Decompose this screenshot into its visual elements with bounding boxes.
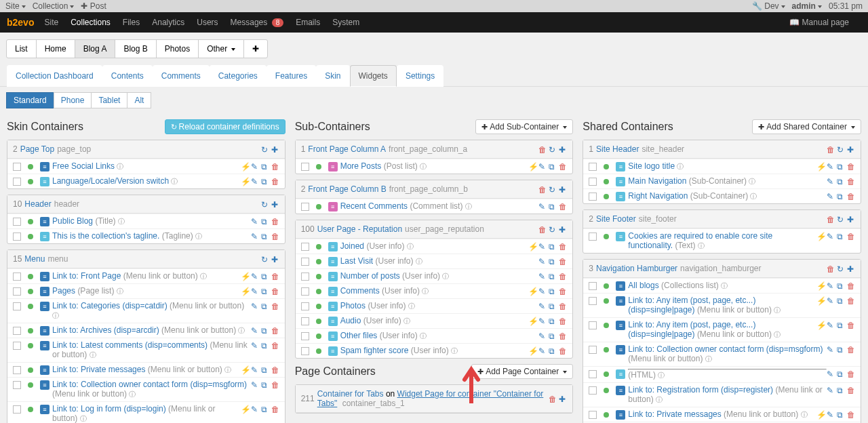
help-icon[interactable]: ⓘ xyxy=(420,163,427,170)
widget-name[interactable]: Link to: Private messages xyxy=(52,365,145,374)
duplicate-icon[interactable]: ⧉ xyxy=(837,410,845,418)
help-icon[interactable]: ⓘ xyxy=(698,242,705,249)
edit-icon[interactable]: ✎ xyxy=(827,369,835,378)
refresh-icon[interactable]: ↻ xyxy=(837,264,845,273)
checkbox[interactable] xyxy=(589,178,597,186)
delete-icon[interactable]: 🗑 xyxy=(847,345,855,353)
refresh-icon[interactable]: ↻ xyxy=(261,255,269,263)
duplicate-icon[interactable]: ⧉ xyxy=(549,287,557,295)
duplicate-icon[interactable]: ⧉ xyxy=(549,302,557,310)
container-name[interactable]: Site Header xyxy=(596,144,639,154)
help-icon[interactable]: ⓘ xyxy=(677,163,684,170)
help-icon[interactable]: ⓘ xyxy=(750,193,757,200)
delete-icon[interactable]: 🗑 xyxy=(559,302,567,310)
manual-link[interactable]: 📖 Manual page xyxy=(789,18,849,27)
delete-icon[interactable]: 🗑 xyxy=(847,281,855,289)
dev-menu[interactable]: 🔧 Dev xyxy=(752,1,785,11)
tab-categories[interactable]: Categories xyxy=(210,65,267,87)
checkbox[interactable] xyxy=(589,282,597,290)
edit-icon[interactable]: ✎ xyxy=(251,177,259,185)
checkbox[interactable] xyxy=(301,302,309,310)
container-name[interactable]: Front Page Column A xyxy=(308,144,386,154)
add-widget-icon[interactable]: ✚ xyxy=(271,200,279,208)
status-dot[interactable] xyxy=(604,371,609,377)
refresh-icon[interactable]: ↻ xyxy=(837,215,845,223)
add-widget-icon[interactable]: ✚ xyxy=(847,264,855,273)
edit-icon[interactable]: ✎ xyxy=(538,331,547,340)
container-name[interactable]: Front Page Column B xyxy=(308,184,386,194)
checkbox[interactable] xyxy=(589,321,597,329)
delete-icon[interactable]: 🗑 xyxy=(559,331,567,340)
widget-name[interactable]: Comments xyxy=(340,286,380,296)
checkbox[interactable] xyxy=(589,297,597,305)
status-dot[interactable] xyxy=(604,412,609,418)
help-icon[interactable]: ⓘ xyxy=(656,396,663,403)
status-dot[interactable] xyxy=(316,164,321,169)
checkbox[interactable] xyxy=(301,163,309,171)
widget-name[interactable]: Right Navigation xyxy=(628,191,688,201)
delete-icon[interactable]: 🗑 xyxy=(559,287,567,295)
edit-icon[interactable]: ✎ xyxy=(538,272,547,280)
post-link[interactable]: ✚ Post xyxy=(81,1,106,11)
checkbox[interactable] xyxy=(301,273,309,281)
widget-name[interactable]: Site logo title xyxy=(628,161,675,171)
widget-name[interactable]: Audio xyxy=(340,316,361,325)
status-dot[interactable] xyxy=(28,234,33,239)
delete-icon[interactable]: 🗑 xyxy=(847,321,855,329)
bolt-icon[interactable]: ⚡ xyxy=(816,296,825,304)
delete-icon[interactable]: 🗑 xyxy=(271,217,279,225)
nav-site[interactable]: Site xyxy=(44,18,58,27)
checkbox[interactable] xyxy=(13,287,21,296)
duplicate-icon[interactable]: ⧉ xyxy=(837,177,845,185)
status-dot[interactable] xyxy=(316,304,321,309)
status-dot[interactable] xyxy=(28,274,33,279)
widget-name[interactable]: Photos xyxy=(340,301,366,310)
cache-icon[interactable]: ⚡ xyxy=(241,405,249,413)
status-dot[interactable] xyxy=(604,179,609,184)
duplicate-icon[interactable]: ⧉ xyxy=(261,302,269,310)
duplicate-icon[interactable]: ⧉ xyxy=(261,177,269,185)
cache-icon[interactable]: ⚡ xyxy=(528,287,536,295)
status-dot[interactable] xyxy=(604,283,609,289)
checkbox[interactable] xyxy=(589,411,597,419)
refresh-icon[interactable]: ↻ xyxy=(549,225,557,233)
delete-icon[interactable]: 🗑 xyxy=(847,162,855,170)
cache-icon[interactable]: ⚡ xyxy=(528,317,536,325)
cache-icon[interactable]: ⚡ xyxy=(241,365,249,374)
add-sub-container-button[interactable]: ✚ Add Sub-Container xyxy=(475,119,573,134)
status-dot[interactable] xyxy=(316,204,321,209)
edit-icon[interactable]: ✎ xyxy=(538,287,547,295)
widget-name[interactable]: Link to: Private messages xyxy=(628,409,721,419)
add-widget-icon[interactable]: ✚ xyxy=(559,225,567,233)
edit-icon[interactable]: ✎ xyxy=(827,321,835,329)
tab-comments[interactable]: Comments xyxy=(153,65,210,87)
site-menu[interactable]: Site xyxy=(5,1,26,11)
widget-name[interactable]: Link to: Registration form (disp=registe… xyxy=(628,385,773,395)
add-widget-icon[interactable]: ✚ xyxy=(271,255,279,263)
checkbox[interactable] xyxy=(301,243,309,251)
edit-icon[interactable]: ✎ xyxy=(538,242,547,250)
delete-icon[interactable]: 🗑 xyxy=(559,257,567,265)
cache-icon[interactable]: ⚡ xyxy=(241,162,249,170)
widget-name[interactable]: More Posts xyxy=(340,161,382,171)
help-icon[interactable]: ⓘ xyxy=(408,302,415,310)
delete-icon[interactable]: 🗑 xyxy=(538,185,547,193)
delete-icon[interactable]: 🗑 xyxy=(827,215,835,223)
status-dot[interactable] xyxy=(316,334,321,339)
status-dot[interactable] xyxy=(604,347,609,352)
help-icon[interactable]: ⓘ xyxy=(195,233,202,240)
edit-icon[interactable]: ✎ xyxy=(827,281,835,289)
duplicate-icon[interactable]: ⧉ xyxy=(549,257,557,265)
widget-name[interactable]: Main Navigation xyxy=(628,176,686,186)
checkbox[interactable] xyxy=(589,193,597,201)
delete-icon[interactable]: 🗑 xyxy=(271,302,279,310)
widget-name[interactable]: Link to: Categories (disp=catdir) xyxy=(52,301,167,310)
delete-icon[interactable]: 🗑 xyxy=(271,162,279,170)
widget-name[interactable]: All blogs xyxy=(628,281,658,290)
checkbox[interactable] xyxy=(13,381,21,389)
edit-icon[interactable]: ✎ xyxy=(827,345,835,353)
duplicate-icon[interactable]: ⧉ xyxy=(549,317,557,325)
add-widget-icon[interactable]: ✚ xyxy=(271,145,279,153)
status-dot[interactable] xyxy=(604,298,609,304)
duplicate-icon[interactable]: ⧉ xyxy=(261,162,269,170)
